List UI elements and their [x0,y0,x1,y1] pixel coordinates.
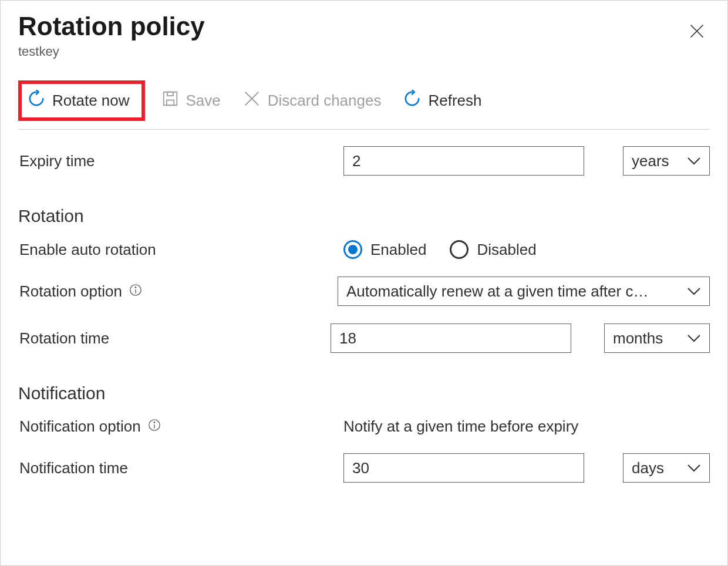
notification-option-row: Notification option Notify at a given ti… [18,417,710,436]
save-label: Save [186,92,221,110]
rotate-icon [28,90,45,112]
expiry-time-unit-select[interactable]: years [623,146,710,176]
expiry-time-row: Expiry time years [18,146,710,176]
svg-point-4 [135,287,136,288]
rotation-section-heading: Rotation [18,206,710,226]
expiry-time-label: Expiry time [18,152,329,170]
auto-rotation-radio-group: Enabled Disabled [343,240,537,259]
rotation-policy-panel: Rotation policy testkey Rotate now Save [0,0,728,566]
panel-header: Rotation policy testkey [18,12,710,59]
discard-label: Discard changes [268,92,382,110]
auto-rotation-disabled-label: Disabled [477,241,536,259]
refresh-button[interactable]: Refresh [397,86,487,115]
command-bar: Rotate now Save Discard changes Refresh [18,80,710,130]
close-button[interactable] [684,18,710,46]
rotation-time-unit-select[interactable]: months [604,324,710,353]
notification-section-heading: Notification [18,383,710,403]
expiry-time-input[interactable] [343,146,584,176]
close-icon [689,31,705,41]
info-icon[interactable] [129,282,142,301]
save-button: Save [156,86,227,115]
chevron-down-icon [687,329,701,348]
discard-icon [243,90,261,112]
rotation-time-input[interactable] [331,324,571,353]
radio-unchecked-icon [450,240,469,259]
auto-rotation-enabled-radio[interactable]: Enabled [343,240,426,259]
rotation-option-value: Automatically renew at a given time afte… [346,282,679,301]
chevron-down-icon [687,282,701,301]
svg-point-6 [154,422,154,423]
header-text-block: Rotation policy testkey [18,12,205,59]
notification-option-value: Notify at a given time before expiry [343,417,578,436]
auto-rotation-disabled-radio[interactable]: Disabled [450,240,536,259]
svg-rect-2 [167,92,173,96]
rotation-time-unit-value: months [613,329,679,348]
discard-changes-button: Discard changes [237,86,387,115]
svg-rect-0 [163,92,177,106]
radio-checked-icon [343,240,362,259]
chevron-down-icon [687,459,701,477]
rotation-time-row: Rotation time months [18,324,710,353]
rotation-option-select[interactable]: Automatically renew at a given time afte… [338,277,710,306]
enable-auto-rotation-row: Enable auto rotation Enabled Disabled [18,240,710,259]
auto-rotation-enabled-label: Enabled [370,241,426,259]
page-subtitle: testkey [18,44,205,59]
notification-time-unit-value: days [632,459,679,477]
refresh-icon [403,90,421,112]
notification-time-label: Notification time [18,459,329,477]
rotate-now-label: Rotate now [52,92,130,110]
notification-option-label: Notification option [19,417,141,436]
notification-time-input[interactable] [343,453,584,483]
save-icon [161,90,179,112]
rotation-option-label: Rotation option [19,282,122,301]
chevron-down-icon [687,152,701,170]
rotation-option-row: Rotation option Automatically renew at a… [18,277,710,306]
info-icon[interactable] [148,417,161,436]
refresh-label: Refresh [428,92,481,110]
rotation-time-label: Rotation time [18,329,316,348]
notification-time-unit-select[interactable]: days [623,453,710,483]
rotate-now-button[interactable]: Rotate now [18,80,145,121]
svg-rect-1 [166,100,174,106]
page-title: Rotation policy [18,12,205,41]
expiry-time-unit-value: years [632,152,679,170]
form-body: Expiry time years Rotation Enable auto r… [18,146,710,483]
enable-auto-rotation-label: Enable auto rotation [18,241,329,259]
notification-time-row: Notification time days [18,453,710,483]
